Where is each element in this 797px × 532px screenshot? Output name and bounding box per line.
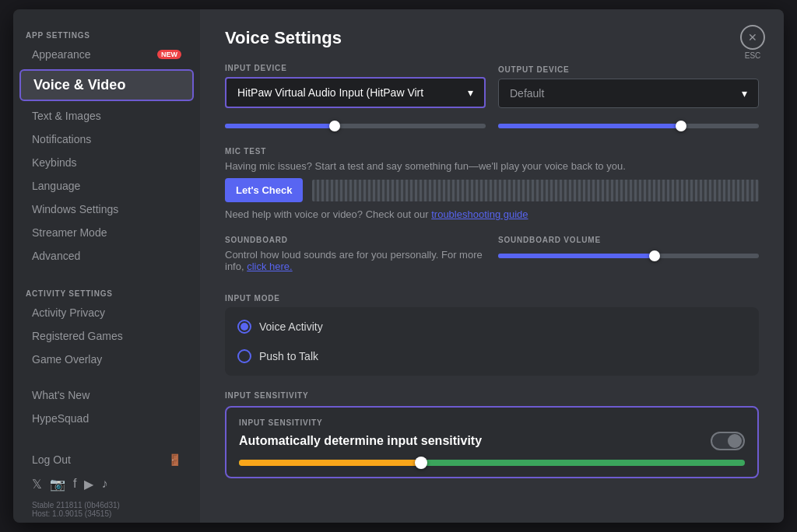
output-device-value: Default	[510, 87, 544, 100]
input-sensitivity-row: Automatically determine input sensitivit…	[239, 432, 745, 450]
soundboard-label: SOUNDBOARD	[225, 236, 486, 244]
input-mode-section: INPUT MODE Voice Activity Push to Talk	[225, 294, 759, 376]
new-badge: NEW	[157, 50, 181, 59]
volume-row	[225, 121, 759, 131]
sidebar-item-label: Text & Images	[32, 110, 101, 122]
sidebar-item-label: Advanced	[32, 250, 80, 262]
soundboard-volume-thumb[interactable]	[649, 250, 660, 261]
input-volume-track[interactable]	[225, 124, 486, 128]
input-volume-col	[225, 121, 486, 131]
mic-test-section: MIC TEST Having mic issues? Start a test…	[225, 147, 759, 220]
soundboard-section: SOUNDBOARD Control how loud sounds are f…	[225, 236, 759, 278]
sidebar-item-voice-video[interactable]: Voice & Video	[19, 69, 194, 101]
sidebar-item-label: Keybinds	[32, 156, 77, 169]
push-to-talk-label: Push to Talk	[259, 350, 318, 362]
troubleshoot-text: Need help with voice or video? Check out…	[225, 208, 759, 220]
audio-visualizer	[312, 180, 759, 201]
esc-button[interactable]: ✕ ESC	[740, 25, 765, 60]
auto-sensitivity-toggle[interactable]	[711, 432, 745, 450]
sidebar-item-label: Game Overlay	[32, 353, 102, 366]
voice-activity-label: Voice Activity	[259, 320, 323, 333]
instagram-icon[interactable]: 📷	[50, 477, 65, 492]
mic-test-label: MIC TEST	[225, 147, 759, 156]
sidebar-item-windows-settings[interactable]: Windows Settings	[19, 198, 194, 220]
logout-label: Log Out	[32, 453, 71, 466]
logout-icon: 🚪	[168, 453, 181, 466]
sidebar-item-label: Windows Settings	[32, 203, 118, 215]
sidebar-item-label: Notifications	[32, 133, 91, 145]
troubleshoot-link[interactable]: troubleshooting guide	[431, 208, 528, 220]
sidebar-item-advanced[interactable]: Advanced	[19, 245, 194, 267]
soundboard-desc: Control how loud sounds are for you pers…	[225, 249, 486, 272]
input-volume-thumb[interactable]	[329, 121, 340, 131]
device-row: INPUT DEVICE HitPaw Virtual Audio Input …	[225, 64, 759, 108]
sidebar-item-keybinds[interactable]: Keybinds	[19, 152, 194, 173]
sidebar-item-registered-games[interactable]: Registered Games	[19, 325, 194, 347]
sidebar-item-appearance[interactable]: Appearance NEW	[19, 44, 194, 65]
output-device-col: OUTPUT DEVICE Default ▾	[498, 65, 759, 108]
soundboard-volume-label: SOUNDBOARD VOLUME	[498, 236, 759, 244]
input-device-col: INPUT DEVICE HitPaw Virtual Audio Input …	[225, 64, 486, 108]
app-window: App Settings Appearance NEW Voice & Vide…	[13, 9, 784, 523]
tiktok-icon[interactable]: ♪	[101, 477, 107, 492]
sidebar: App Settings Appearance NEW Voice & Vide…	[13, 9, 200, 523]
sensitivity-slider-track[interactable]	[239, 460, 745, 466]
sidebar-item-label: Registered Games	[32, 330, 123, 342]
esc-circle: ✕	[740, 25, 765, 50]
main-content: Voice Settings ✕ ESC INPUT DEVICE HitPaw…	[200, 9, 784, 523]
version-info: Stable 211811 (0b46d31) Host: 1.0.9015 (…	[26, 498, 188, 521]
activity-settings-section-label: Activity Settings	[13, 280, 200, 301]
logout-button[interactable]: Log Out 🚪	[26, 449, 188, 471]
sidebar-item-notifications[interactable]: Notifications	[19, 128, 194, 150]
chevron-down-icon-2: ▾	[742, 87, 747, 100]
lets-check-button[interactable]: Let's Check	[225, 178, 303, 202]
sidebar-item-label: Streamer Mode	[32, 226, 107, 239]
esc-label: ESC	[745, 51, 761, 60]
sidebar-item-streamer-mode[interactable]: Streamer Mode	[19, 222, 194, 243]
output-device-select[interactable]: Default ▾	[498, 79, 759, 108]
input-device-label: INPUT DEVICE	[225, 64, 486, 72]
sidebar-bottom: Log Out 🚪 𝕏 📷 f ▶ ♪ Stable 211811 (0b46d…	[13, 443, 200, 523]
input-device-value: HitPaw Virtual Audio Input (HitPaw Virt	[237, 86, 423, 99]
output-volume-fill	[498, 124, 681, 128]
sensitivity-slider-thumb[interactable]	[415, 457, 427, 469]
output-volume-thumb[interactable]	[676, 121, 686, 131]
social-icons: 𝕏 📷 f ▶ ♪	[26, 471, 188, 498]
click-here-link[interactable]: click here.	[247, 261, 293, 272]
mic-test-desc: Having mic issues? Start a test and say …	[225, 160, 759, 172]
output-volume-track[interactable]	[498, 124, 759, 128]
soundboard-col: SOUNDBOARD Control how loud sounds are f…	[225, 236, 486, 278]
soundboard-volume-fill	[498, 254, 655, 258]
app-settings-section-label: App Settings	[13, 22, 200, 43]
sidebar-item-whats-new[interactable]: What's New	[19, 384, 194, 406]
facebook-icon[interactable]: f	[73, 477, 76, 492]
voice-activity-radio[interactable]	[237, 320, 251, 334]
sidebar-item-label: HypeSquad	[32, 412, 89, 425]
sidebar-item-text-images[interactable]: Text & Images	[19, 105, 194, 127]
soundboard-row: SOUNDBOARD Control how loud sounds are f…	[225, 236, 759, 278]
push-to-talk-option[interactable]: Push to Talk	[225, 341, 759, 371]
push-to-talk-radio[interactable]	[237, 349, 251, 363]
sidebar-item-label: Appearance	[32, 48, 91, 61]
input-device-select[interactable]: HitPaw Virtual Audio Input (HitPaw Virt …	[225, 77, 486, 108]
sidebar-item-label: Language	[32, 180, 80, 192]
input-sensitivity-section: INPUT SENSITIVITY Automatically determin…	[225, 406, 759, 478]
auto-sensitivity-label: Automatically determine input sensitivit…	[239, 434, 482, 448]
input-sensitivity-section-label: INPUT SENSITIVITY	[225, 391, 759, 400]
sidebar-item-label: Voice & Video	[33, 77, 125, 93]
input-mode-options: Voice Activity Push to Talk	[225, 307, 759, 376]
sidebar-item-label: Activity Privacy	[32, 306, 105, 319]
youtube-icon[interactable]: ▶	[84, 477, 93, 492]
input-sensitivity-title: INPUT SENSITIVITY	[239, 418, 745, 427]
sidebar-item-activity-privacy[interactable]: Activity Privacy	[19, 302, 194, 324]
output-device-label: OUTPUT DEVICE	[498, 65, 759, 74]
voice-activity-option[interactable]: Voice Activity	[225, 312, 759, 341]
input-mode-label: INPUT MODE	[225, 294, 759, 303]
sidebar-item-hypesquad[interactable]: HypeSquad	[19, 408, 194, 429]
host-text: Host: 1.0.9015 (34515)	[32, 509, 181, 518]
sidebar-item-game-overlay[interactable]: Game Overlay	[19, 348, 194, 370]
sidebar-item-label: What's New	[32, 389, 90, 401]
sidebar-item-language[interactable]: Language	[19, 175, 194, 197]
twitter-icon[interactable]: 𝕏	[32, 477, 42, 492]
soundboard-volume-track[interactable]	[498, 254, 759, 258]
